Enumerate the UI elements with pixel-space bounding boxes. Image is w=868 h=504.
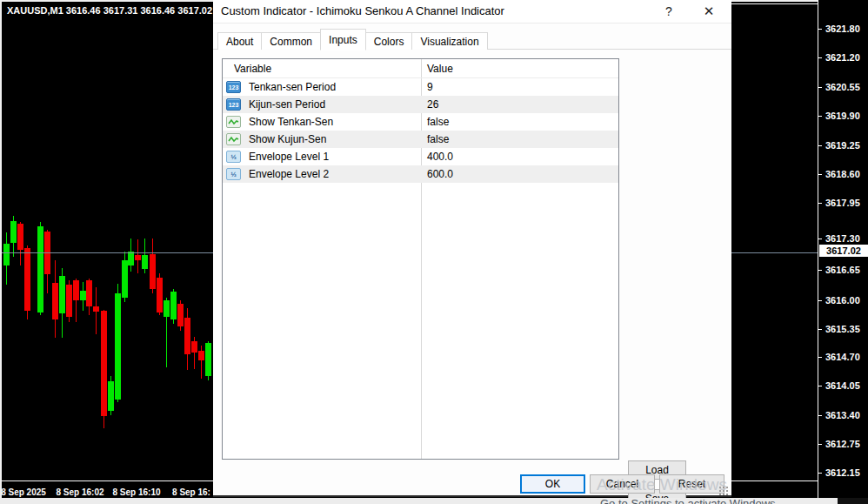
chart-icon: [226, 116, 241, 128]
time-axis-label: 8 Sep 16:02: [56, 487, 103, 497]
price-axis-tick: [818, 444, 822, 445]
candle-body: [93, 306, 99, 312]
tab-colors[interactable]: Colors: [365, 32, 413, 50]
price-axis-label: 3621.80: [825, 24, 860, 34]
price-axis-label: 3621.20: [825, 52, 860, 63]
price-axis-label: 3612.75: [825, 439, 860, 449]
inputs-tab-pane: Variable Value 123Tenkan-sen Period9123K…: [213, 49, 731, 495]
candle-body: [177, 304, 184, 326]
row-label: Kijun-sen Period: [249, 98, 325, 111]
candle-body: [101, 311, 107, 416]
activate-windows-watermark-line2: Go to Settings to activate Windows: [600, 497, 776, 504]
help-icon[interactable]: ?: [657, 3, 681, 20]
candle-body: [108, 381, 114, 411]
price-axis-tick: [818, 386, 822, 386]
tab-about[interactable]: About: [217, 32, 262, 50]
dialog-titlebar[interactable]: Custom Indicator - Ichimoku Senkou A Cha…: [213, 0, 731, 24]
candle-body: [17, 224, 23, 250]
price-axis-tick: [818, 29, 822, 30]
chart-top-border: [731, 3, 818, 4]
dialog-title: Custom Indicator - Ichimoku Senkou A Cha…: [221, 4, 504, 17]
candle-body: [170, 292, 177, 319]
tab-visualization[interactable]: Visualization: [411, 32, 487, 50]
candle-body: [157, 278, 163, 312]
row-value[interactable]: 600.0: [427, 168, 453, 180]
price-axis-label: 3613.40: [825, 410, 860, 420]
candle-body: [52, 283, 58, 319]
row-value[interactable]: 26: [427, 98, 438, 111]
candle-body: [86, 280, 92, 306]
price-axis-tick: [818, 473, 822, 474]
candle-body: [3, 244, 10, 265]
table-row[interactable]: Show Kujun-Senfalse: [223, 131, 618, 148]
indicator-dialog: Custom Indicator - Ichimoku Senkou A Cha…: [213, 0, 731, 497]
price-axis-tick: [818, 329, 822, 330]
price-axis-label: 3612.15: [825, 467, 860, 478]
candle-body: [135, 255, 141, 260]
row-label: Envelope Level 2: [249, 168, 329, 180]
price-axis-label: 3617.95: [825, 198, 860, 208]
candle-body: [184, 318, 190, 354]
price-axis[interactable]: 3621.803621.203620.553619.903619.253618.…: [818, 0, 868, 498]
price-axis-label: 3615.35: [825, 324, 860, 334]
candle-body: [80, 291, 86, 300]
price-axis-label: 3619.25: [825, 140, 860, 151]
price-axis-tick: [818, 300, 822, 301]
candle-body: [115, 293, 121, 400]
column-header-value: Value: [427, 63, 453, 75]
time-axis-label: 8 Sep 16:10: [112, 487, 160, 497]
candle-body: [59, 276, 65, 313]
tab-bar: AboutCommonInputsColorsVisualization: [217, 29, 487, 49]
candle-body: [122, 260, 128, 298]
price-axis-tick: [818, 239, 822, 239]
double-icon: ½: [226, 168, 241, 180]
candle-body: [73, 280, 79, 300]
table-row[interactable]: 123Kijun-sen Period26: [223, 96, 618, 113]
candle-body: [24, 248, 30, 311]
integer-icon: 123: [226, 81, 241, 93]
row-value[interactable]: 400.0: [427, 151, 453, 163]
price-axis-tick: [818, 203, 822, 204]
chart-icon: [226, 133, 241, 145]
table-row[interactable]: 123Tenkan-sen Period9: [223, 78, 618, 96]
column-header-variable: Variable: [234, 63, 271, 75]
price-axis-label: 3616.00: [825, 295, 860, 306]
candle-body: [37, 226, 43, 312]
row-value[interactable]: false: [427, 116, 449, 128]
price-axis-tick: [818, 145, 822, 146]
price-axis-label: 3616.65: [825, 265, 860, 275]
row-label: Envelope Level 1: [249, 151, 329, 163]
candle-body: [66, 285, 72, 317]
table-row[interactable]: ½Envelope Level 1400.0: [223, 148, 618, 165]
candle-body: [142, 255, 148, 269]
row-label: Tenkan-sen Period: [249, 81, 336, 93]
price-axis-label: 3619.90: [825, 111, 860, 121]
current-price-tag: 3617.02: [819, 245, 868, 257]
price-axis-tick: [818, 415, 822, 416]
candle-body: [205, 343, 211, 376]
mt4-terminal: XAUUSD,M1 3616.46 3617.31 3616.46 3617.0…: [0, 0, 868, 504]
price-axis-tick: [818, 57, 822, 58]
double-icon: ½: [226, 151, 241, 163]
table-row[interactable]: ½Envelope Level 2600.0: [223, 165, 618, 183]
row-value[interactable]: false: [427, 133, 449, 145]
time-axis-label: 8 Sep 16:: [172, 487, 210, 497]
price-axis-tick: [818, 116, 822, 117]
ok-button[interactable]: OK: [520, 474, 585, 494]
table-row[interactable]: Show Tenkan-Senfalse: [223, 113, 618, 131]
price-axis-tick: [818, 87, 822, 88]
table-header: Variable Value: [223, 59, 618, 78]
row-label: Show Kujun-Sen: [249, 133, 326, 145]
price-axis-tick: [818, 270, 822, 271]
close-icon[interactable]: ✕: [697, 3, 721, 20]
price-axis-tick: [818, 174, 822, 175]
row-value[interactable]: 9: [427, 81, 433, 93]
activate-windows-watermark: Activate Windows: [597, 475, 727, 494]
tab-inputs[interactable]: Inputs: [320, 29, 366, 50]
tab-common[interactable]: Common: [261, 32, 321, 50]
time-axis-label: 8 Sep 2025: [1, 487, 46, 497]
inputs-table[interactable]: Variable Value 123Tenkan-sen Period9123K…: [222, 58, 619, 460]
price-axis-label: 3614.70: [825, 352, 860, 362]
price-axis-label: 3620.55: [825, 82, 860, 92]
price-axis-label: 3617.30: [825, 233, 860, 244]
